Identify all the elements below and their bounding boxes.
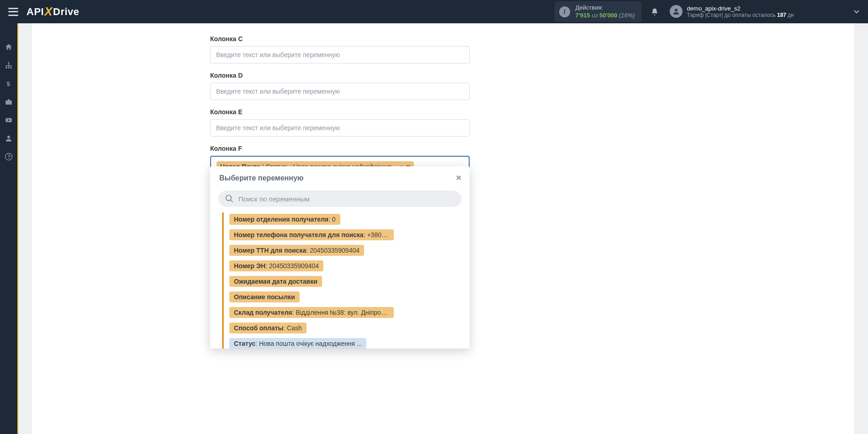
user-menu[interactable]: demo_apix-drive_s2 Тариф |Старт| до опла… <box>670 5 794 19</box>
user-name: demo_apix-drive_s2 <box>687 5 794 12</box>
menu-icon[interactable] <box>8 8 18 16</box>
actions-counter[interactable]: i Действия: 7'915 из 50'000 (16%) <box>555 1 641 22</box>
chevron-down-icon[interactable] <box>853 8 860 16</box>
bell-icon[interactable] <box>651 7 659 16</box>
actions-label: Действия: <box>576 4 635 11</box>
svg-point-0 <box>675 9 677 11</box>
app-header: APIXDrive i Действия: 7'915 из 50'000 (1… <box>0 0 868 23</box>
info-icon: i <box>559 6 570 17</box>
user-tariff: Тариф |Старт| до оплаты осталось 187 дн <box>687 12 794 18</box>
logo[interactable]: APIXDrive <box>26 5 79 19</box>
actions-numbers: 7'915 из 50'000 (16%) <box>576 12 635 19</box>
avatar-icon <box>670 5 683 18</box>
